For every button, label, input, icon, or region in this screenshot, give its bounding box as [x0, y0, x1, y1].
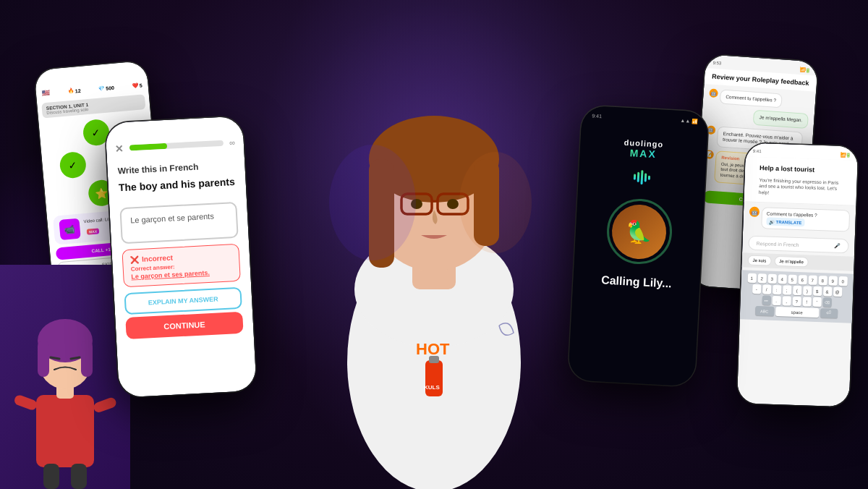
- key-at[interactable]: @: [833, 287, 841, 297]
- p5-header: Help a lost tourist You're finishing you…: [744, 156, 857, 206]
- p1-video-info: Video call: Lily MAX: [83, 217, 112, 237]
- p4-bubble-user-1: Je m'appella Megan.: [753, 110, 809, 129]
- p2-continue-button[interactable]: CONTINUE: [125, 312, 243, 339]
- svg-rect-8: [13, 394, 38, 411]
- svg-line-7: [71, 357, 80, 359]
- p1-lesson-btn-2[interactable]: ✓: [59, 151, 87, 179]
- p5-phrase-1[interactable]: Je suis: [747, 255, 771, 266]
- key-4[interactable]: 4: [778, 274, 786, 284]
- svg-text:KULS: KULS: [424, 384, 440, 391]
- key-exclaim[interactable]: !: [802, 297, 811, 307]
- key-7[interactable]: 7: [808, 276, 817, 285]
- phone-5-screen: 9:41 📶🔋 Help a lost tourist You're finis…: [737, 143, 858, 407]
- key-3[interactable]: 3: [767, 274, 776, 284]
- key-6[interactable]: 6: [798, 275, 807, 284]
- svg-rect-25: [425, 360, 443, 396]
- p2-content: ✕ ∞ Write this in French The boy and his…: [105, 116, 257, 397]
- key-amp[interactable]: &: [822, 287, 831, 297]
- phone-calling: 9:41 ▲▲ 📶 duolingo MAX 🦜 Calling Lily...: [568, 106, 709, 387]
- hearts-icon: ∞: [229, 138, 235, 147]
- key-8[interactable]: 8: [818, 276, 827, 285]
- key-open-paren[interactable]: (: [793, 286, 801, 295]
- phone-chat: 9:41 📶🔋 Help a lost tourist You're finis…: [737, 143, 858, 407]
- phone-3-screen: 9:41 ▲▲ 📶 duolingo MAX 🦜 Calling Lily...: [568, 106, 709, 387]
- key-colon[interactable]: :: [773, 285, 781, 294]
- p5-chat-item-1: 🤖 Comment tu t'appelles ? 🔊 TRANSLATE: [749, 207, 850, 232]
- svg-rect-10: [43, 464, 59, 489]
- p4-chat-item-1: 🤖 Comment tu t'appelles ?: [709, 88, 810, 110]
- ai-avatar-2: 🤖: [707, 125, 716, 135]
- gem-icon: 💎: [98, 85, 106, 92]
- p5-signal: 📶🔋: [841, 152, 851, 157]
- key-space[interactable]: space: [775, 307, 818, 318]
- key-dollar[interactable]: $: [812, 286, 821, 296]
- svg-rect-4: [38, 341, 49, 377]
- p5-translate-button[interactable]: 🔊 TRANSLATE: [766, 218, 804, 227]
- p2-answer-box[interactable]: Le garçon et se parents: [119, 202, 238, 244]
- heart-icon: ❤️: [132, 82, 139, 89]
- key-return[interactable]: ⏎: [820, 308, 837, 318]
- svg-rect-5: [81, 341, 93, 377]
- p1-video-label: Video call: Lily: [83, 217, 111, 224]
- p4-chat-item-2: Je m'appella Megan.: [707, 107, 809, 129]
- svg-rect-11: [71, 464, 87, 489]
- wave-bar-3: [640, 170, 643, 184]
- p3-logo: duolingo MAX: [624, 138, 664, 161]
- key-close-paren[interactable]: ): [803, 286, 812, 296]
- close-icon[interactable]: ✕: [115, 143, 124, 155]
- p3-avatar: 🦜: [610, 203, 668, 260]
- p4-bubble-ai-1: Comment tu t'appelles ?: [720, 89, 783, 108]
- key-question[interactable]: ?: [792, 297, 801, 306]
- p5-description: You're finishing your espresso in Paris …: [752, 176, 850, 203]
- key-slash[interactable]: /: [762, 285, 771, 294]
- p2-progress-fill: [129, 143, 167, 151]
- signal-icons: ▲▲ 📶: [680, 118, 698, 124]
- wave-bar-5: [648, 176, 650, 180]
- p1-video-icon: 📹: [59, 218, 80, 240]
- p2-incorrect-banner: ❌ Incorrect Correct answer: Le garçon et…: [122, 244, 240, 287]
- key-1[interactable]: 1: [747, 273, 756, 283]
- key-abc[interactable]: ABC: [754, 306, 773, 316]
- svg-point-29: [459, 152, 532, 253]
- p5-phrase-2[interactable]: Je m'appelle: [774, 256, 809, 268]
- svg-rect-9: [93, 396, 118, 414]
- microphone-icon[interactable]: 🎤: [834, 243, 841, 249]
- p5-input-bar[interactable]: Respond in French 🎤: [748, 236, 849, 254]
- fire-icon: 🔥: [67, 88, 75, 95]
- wave-bar-4: [644, 173, 647, 182]
- key-delete[interactable]: ⌫: [822, 298, 831, 307]
- key-5[interactable]: 5: [788, 275, 796, 284]
- gems-stat: 💎 500: [98, 85, 114, 92]
- svg-rect-0: [36, 395, 94, 467]
- svg-text:HOT: HOT: [416, 340, 450, 358]
- p5-ai-avatar: 🤖: [749, 207, 760, 217]
- svg-point-23: [447, 199, 459, 209]
- person-svg: HOT KULS: [253, 0, 615, 489]
- key-more[interactable]: •••: [762, 296, 770, 305]
- incorrect-icon: ❌: [130, 255, 140, 264]
- key-semi[interactable]: ;: [783, 286, 791, 295]
- key-2[interactable]: 2: [757, 273, 766, 283]
- key-apostrophe[interactable]: ': [812, 297, 821, 307]
- lily-avatar-icon: 🦜: [625, 218, 653, 245]
- phone-translation: ✕ ∞ Write this in French The boy and his…: [105, 116, 257, 397]
- p2-explain-button[interactable]: EXPLAIN MY ANSWER: [124, 287, 242, 315]
- ai-avatar-1: 🤖: [709, 88, 718, 98]
- p3-logo-max: MAX: [624, 147, 663, 161]
- hearts-stat: ❤️ 5: [132, 82, 142, 88]
- p5-bubble-ai-1: Comment tu t'appelles ? 🔊 TRANSLATE: [761, 208, 850, 232]
- key-9[interactable]: 9: [828, 276, 837, 286]
- key-period[interactable]: .: [772, 296, 780, 305]
- p5-key-row-bottom: ABC space ⏎: [742, 306, 850, 319]
- streak-stat: 🔥 12: [67, 88, 80, 95]
- key-comma[interactable]: ,: [782, 297, 791, 306]
- key-0[interactable]: 0: [838, 276, 847, 286]
- p3-content: 9:41 ▲▲ 📶 duolingo MAX 🦜 Calling Lily...: [568, 106, 709, 387]
- wave-bar-2: [637, 172, 640, 182]
- p2-progress-bar: [129, 140, 224, 151]
- p1-max-badge: MAX: [87, 228, 100, 234]
- p5-chat: 🤖 Comment tu t'appelles ? 🔊 TRANSLATE: [743, 203, 856, 237]
- flag-icon: 🇺🇸: [42, 90, 51, 98]
- p3-waveform: [633, 166, 651, 189]
- key-dash[interactable]: -: [752, 284, 761, 294]
